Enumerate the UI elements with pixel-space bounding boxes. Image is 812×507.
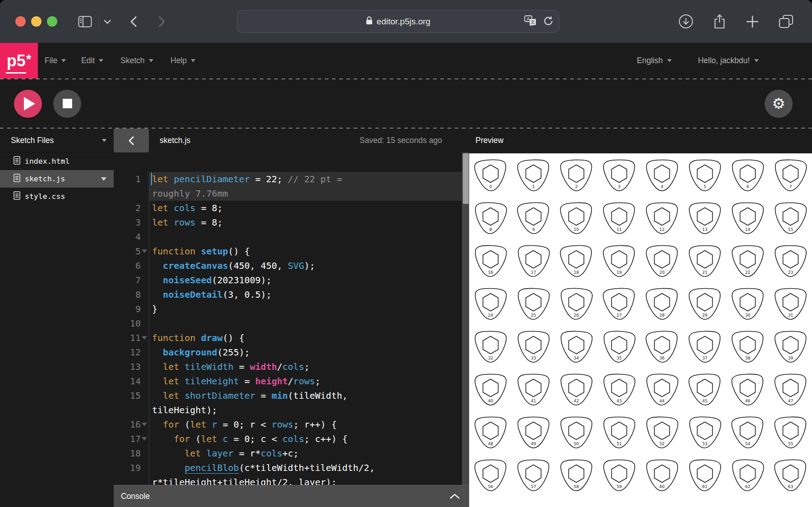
svg-text:32: 32 xyxy=(488,356,493,360)
code-text: for (let c = 0; c < cols; c++) { xyxy=(149,432,462,446)
line-gutter: 11 xyxy=(114,331,149,345)
svg-text:1: 1 xyxy=(532,184,535,189)
code-line-5[interactable]: 5function setup() { xyxy=(114,244,462,258)
zoom-window-button[interactable] xyxy=(47,16,57,27)
file-name: index.html xyxy=(25,157,69,166)
code-line-11[interactable]: 11function draw() { xyxy=(114,331,462,345)
svg-text:52: 52 xyxy=(660,442,664,446)
line-number: 7 xyxy=(135,273,141,287)
file-item-style.css[interactable]: style.css xyxy=(0,188,114,205)
svg-text:18: 18 xyxy=(574,270,579,275)
stop-button[interactable] xyxy=(53,90,81,118)
fold-arrow-icon[interactable] xyxy=(141,249,148,253)
code-area[interactable]: 1let pencilDiameter = 22; // 22 pt =roug… xyxy=(114,152,469,485)
user-menu[interactable]: Hello, jackbdu! xyxy=(698,56,759,65)
code-text: function setup() { xyxy=(149,244,462,258)
svg-text:40: 40 xyxy=(488,399,494,403)
fold-arrow-icon[interactable] xyxy=(141,423,148,426)
svg-text:13: 13 xyxy=(702,227,707,232)
code-line-7[interactable]: 7 noiseSeed(20231009); xyxy=(114,273,462,287)
blob-tile-28: 28 xyxy=(646,288,678,320)
svg-text:45: 45 xyxy=(702,399,707,403)
blob-tile-15: 15 xyxy=(775,203,807,234)
svg-text:51: 51 xyxy=(617,442,622,446)
code-line-3[interactable]: 3let rows = 8; xyxy=(114,215,462,230)
code-line-10[interactable]: 10 xyxy=(114,316,462,331)
menu-help[interactable]: Help xyxy=(171,43,195,78)
tab-overview-icon[interactable] xyxy=(778,0,794,43)
new-tab-icon[interactable] xyxy=(745,0,760,43)
code-line-15[interactable]: 15 let shortDiameter = min(tileWidth, xyxy=(114,388,462,403)
chevron-up-icon[interactable] xyxy=(449,493,460,499)
svg-text:19: 19 xyxy=(617,270,622,275)
code-text: function draw() { xyxy=(149,331,462,345)
code-line-9[interactable]: 9} xyxy=(114,302,462,316)
sketch-files-header[interactable]: Sketch Files xyxy=(0,129,114,152)
menu-sketch[interactable]: Sketch xyxy=(120,43,153,78)
editor-scrollbar[interactable] xyxy=(462,152,469,485)
menu-file[interactable]: File xyxy=(45,43,66,78)
caret-down-icon xyxy=(754,59,759,62)
sidebar-toggle-icon[interactable] xyxy=(77,0,93,43)
fold-arrow-icon[interactable] xyxy=(141,336,148,340)
code-text: let pencilDiameter = 22; // 22 pt = xyxy=(149,172,462,186)
editor-header: sketch.js Saved: 15 seconds ago xyxy=(114,129,469,152)
code-line-17[interactable]: 17 for (let c = 0; c < cols; c++) { xyxy=(114,432,462,446)
translate-icon[interactable]: A 文 xyxy=(524,15,537,28)
console-header[interactable]: Console xyxy=(114,485,469,507)
collapse-sidebar-button[interactable] xyxy=(114,129,149,152)
code-line-18[interactable]: 18 let layer = r*cols+c; xyxy=(114,446,462,461)
line-gutter: 14 xyxy=(114,374,149,388)
file-item-sketch.js[interactable]: sketch.js xyxy=(0,170,114,188)
code-line-1[interactable]: 1let pencilDiameter = 22; // 22 pt = xyxy=(114,172,462,186)
p5-logo[interactable]: p5* xyxy=(0,43,38,78)
minimize-window-button[interactable] xyxy=(31,16,42,27)
code-line-14[interactable]: 14 let tileHeight = height/rows; xyxy=(114,374,462,388)
line-number: 16 xyxy=(130,417,141,432)
menu-edit[interactable]: Edit xyxy=(81,43,103,78)
open-file-tab[interactable]: sketch.js xyxy=(160,136,190,145)
code-text xyxy=(149,316,462,331)
svg-text:44: 44 xyxy=(660,399,665,403)
file-options-caret-icon[interactable] xyxy=(101,177,106,181)
code-line-8[interactable]: 8 noiseDetail(3, 0.5); xyxy=(114,287,462,302)
file-item-index.html[interactable]: index.html xyxy=(0,152,114,170)
chevron-down-icon[interactable] xyxy=(103,0,112,43)
fold-arrow-icon[interactable] xyxy=(141,437,148,441)
forward-icon[interactable] xyxy=(155,0,168,43)
code-line-wrap[interactable]: r*tileHeight+tileHeight/2, layer); xyxy=(114,475,462,485)
sketch-files-sidebar: Sketch Files index.htmlsketch.jsstyle.cs… xyxy=(0,129,114,507)
downloads-icon[interactable] xyxy=(678,0,693,43)
close-window-button[interactable] xyxy=(15,16,26,27)
scrollbar-thumb[interactable] xyxy=(463,153,469,204)
code-line-19[interactable]: 19 pencilBlob(c*tileWidth+tileWidth/2, xyxy=(114,461,462,475)
code-line-wrap[interactable]: tileHeight); xyxy=(114,403,462,417)
code-line-13[interactable]: 13 let tileWidth = width/cols; xyxy=(114,360,462,374)
code-text: let tileHeight = height/rows; xyxy=(149,374,462,388)
blob-tile-18: 18 xyxy=(560,245,592,277)
blob-tile-55: 55 xyxy=(775,416,807,448)
share-icon[interactable] xyxy=(712,0,727,43)
back-icon[interactable] xyxy=(127,0,140,43)
blob-tile-40: 40 xyxy=(475,374,506,406)
code-line-6[interactable]: 6 createCanvas(450, 450, SVG); xyxy=(114,258,462,273)
code-line-4[interactable]: 4 xyxy=(114,230,462,244)
svg-text:38: 38 xyxy=(745,356,751,360)
code-line-wrap[interactable]: roughly 7.76mm xyxy=(114,186,462,201)
blob-tile-3: 3 xyxy=(604,160,635,191)
blob-tile-62: 62 xyxy=(731,459,764,492)
blob-tile-51: 51 xyxy=(603,417,635,448)
p5-logo-underline xyxy=(6,72,26,74)
address-bar[interactable]: editor.p5js.org A 文 xyxy=(237,10,559,33)
svg-text:文: 文 xyxy=(531,20,535,24)
code-line-16[interactable]: 16 for (let r = 0; r < rows; r++) { xyxy=(114,417,462,432)
reload-icon[interactable] xyxy=(543,16,554,28)
settings-button[interactable]: ⚙ xyxy=(765,90,793,118)
line-gutter xyxy=(114,403,149,417)
line-number: 3 xyxy=(135,215,141,230)
play-button[interactable] xyxy=(14,90,42,118)
code-line-2[interactable]: 2let cols = 8; xyxy=(114,201,462,215)
language-selector[interactable]: English xyxy=(637,56,672,65)
blob-tile-44: 44 xyxy=(646,373,678,406)
code-line-12[interactable]: 12 background(255); xyxy=(114,345,462,360)
